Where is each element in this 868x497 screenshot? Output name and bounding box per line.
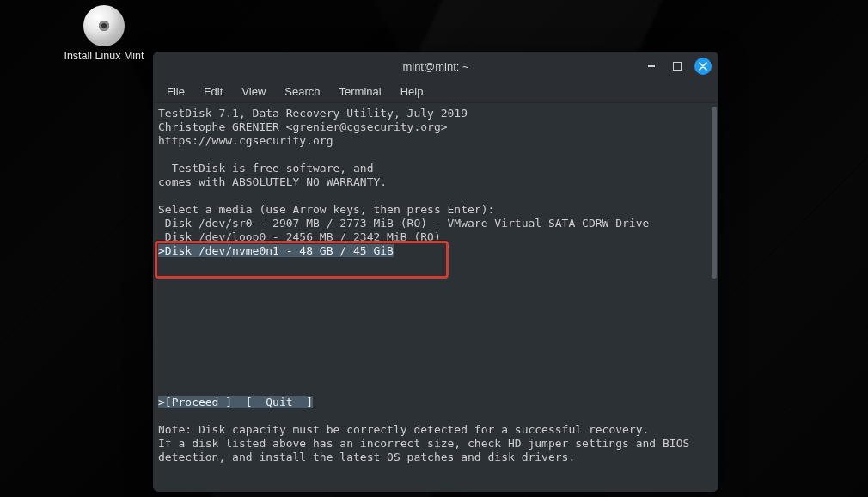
testdisk-footer-1: If a disk listed above has an incorrect …: [158, 437, 689, 450]
titlebar[interactable]: mint@mint: ~: [153, 52, 718, 81]
terminal-scrollbar[interactable]: [712, 107, 717, 279]
menubar: File Edit View Search Terminal Help: [153, 81, 718, 103]
window-controls: [643, 52, 712, 81]
maximize-button[interactable]: [669, 58, 686, 75]
menu-terminal[interactable]: Terminal: [331, 83, 390, 101]
testdisk-notice-1: comes with ABSOLUTELY NO WARRANTY.: [158, 175, 387, 188]
terminal-window: mint@mint: ~ File Edit View Search Termi…: [153, 52, 718, 492]
close-icon: [699, 62, 707, 71]
testdisk-header-2: https://www.cgsecurity.org: [158, 134, 333, 147]
disk-row[interactable]: Disk /dev/loop0 - 2456 MB / 2342 MiB (RO…: [158, 230, 441, 243]
testdisk-footer-2: detection, and install the latest OS pat…: [158, 451, 575, 463]
menu-edit[interactable]: Edit: [195, 83, 231, 101]
proceed-quit-line[interactable]: >[Proceed ] [ Quit ]: [158, 396, 313, 408]
menu-file[interactable]: File: [158, 83, 193, 101]
testdisk-footer-0: Note: Disk capacity must be correctly de…: [158, 423, 649, 436]
testdisk-header-0: TestDisk 7.1, Data Recovery Utility, Jul…: [158, 107, 468, 120]
close-button[interactable]: [694, 58, 712, 75]
testdisk-header-1: Christophe GRENIER <grenier@cgsecurity.o…: [158, 120, 448, 133]
minimize-button[interactable]: [643, 58, 660, 75]
disk-row-selected[interactable]: >Disk /dev/nvme0n1 - 48 GB / 45 GiB: [158, 244, 394, 257]
desktop-icon-label: Install Linux Mint: [57, 50, 151, 62]
testdisk-notice-0: TestDisk is free software, and: [158, 162, 373, 175]
disc-icon: [83, 5, 125, 46]
menu-view[interactable]: View: [233, 83, 274, 101]
terminal-content[interactable]: TestDisk 7.1, Data Recovery Utility, Jul…: [153, 103, 718, 492]
window-title: mint@mint: ~: [402, 60, 468, 73]
testdisk-prompt: Select a media (use Arrow keys, then pre…: [158, 203, 494, 216]
desktop-icon-install-linux-mint[interactable]: Install Linux Mint: [57, 5, 151, 62]
menu-help[interactable]: Help: [392, 83, 432, 101]
menu-search[interactable]: Search: [276, 83, 328, 101]
disk-row[interactable]: Disk /dev/sr0 - 2907 MB / 2773 MiB (RO) …: [158, 217, 649, 230]
